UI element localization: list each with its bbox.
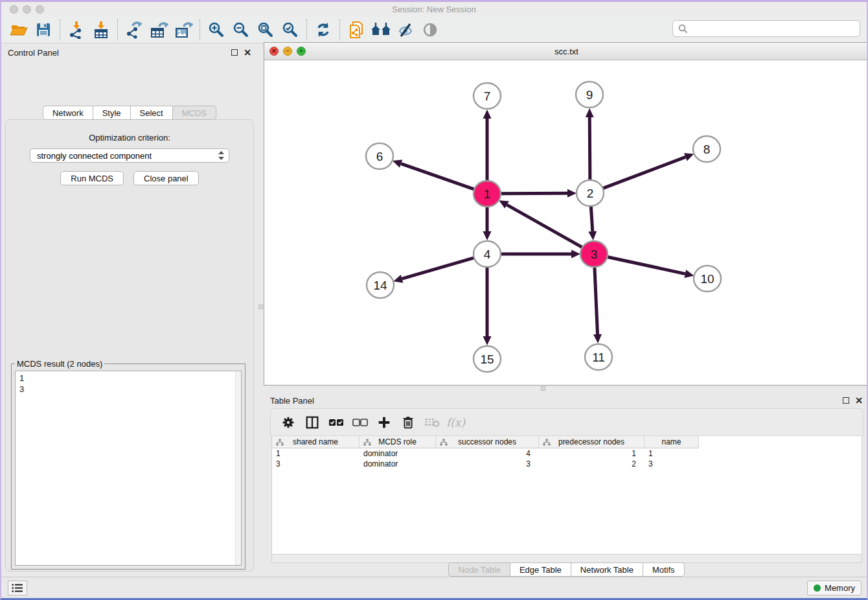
edge-2-8[interactable] — [603, 157, 686, 188]
zoom-selected-icon[interactable] — [278, 19, 303, 41]
node-table[interactable]: shared nameMCDS rolesuccessor nodesprede… — [271, 436, 862, 555]
vertical-splitter[interactable] — [258, 43, 264, 581]
settings-gear-icon[interactable] — [276, 411, 300, 433]
edge-2-9[interactable] — [589, 117, 590, 179]
close-panel-icon[interactable]: ✕ — [244, 49, 251, 56]
tab-select[interactable]: Select — [130, 106, 172, 120]
optimization-criterion-select[interactable]: strongly connected component — [30, 148, 229, 163]
graph-node-1[interactable]: 1 — [474, 181, 501, 207]
column-header-predecessor-nodes[interactable]: predecessor nodes — [539, 436, 645, 448]
mcds-result-box[interactable]: 1 3 — [15, 371, 242, 566]
graph-node-11[interactable]: 11 — [585, 344, 612, 370]
refresh-view-icon[interactable] — [311, 19, 336, 41]
select-all-columns-icon[interactable] — [324, 411, 348, 433]
graph-node-2[interactable]: 2 — [577, 180, 604, 206]
table-row-1[interactable]: 3dominator323 — [272, 459, 862, 469]
table-cell[interactable]: 2 — [539, 459, 645, 469]
run-mcds-button[interactable]: Run MCDS — [60, 171, 124, 185]
import-network-icon[interactable] — [64, 19, 89, 41]
graph-node-3[interactable]: 3 — [580, 241, 608, 267]
table-row-0[interactable]: 1dominator411 — [272, 448, 862, 459]
float-panel-icon[interactable] — [231, 49, 238, 56]
network-window-titlebar[interactable]: ✕ − + scc.txt — [264, 43, 868, 60]
open-session-icon[interactable] — [6, 19, 31, 41]
close-table-panel-icon[interactable]: ✕ — [855, 397, 863, 404]
function-builder-icon[interactable]: f(x) — [444, 411, 468, 433]
edge-arrow-icon — [571, 250, 580, 259]
add-column-icon[interactable] — [372, 411, 396, 433]
status-bar: Memory — [1, 577, 867, 598]
graph-node-9[interactable]: 9 — [576, 82, 603, 108]
column-header-successor-nodes[interactable]: successor nodes — [436, 436, 539, 448]
memory-button[interactable]: Memory — [807, 581, 862, 595]
table-cell[interactable]: 3 — [272, 459, 360, 469]
column-header-name[interactable]: name — [645, 436, 699, 448]
edge-2-3[interactable] — [591, 207, 592, 231]
zoom-out-icon[interactable] — [229, 19, 253, 41]
delete-column-icon[interactable] — [396, 411, 420, 433]
export-table-icon[interactable] — [146, 19, 171, 41]
table-cell[interactable]: 4 — [436, 448, 539, 459]
network-graph[interactable]: 7968124314101511 — [264, 60, 868, 385]
fx-label: f(x) — [446, 416, 465, 429]
search-input[interactable] — [692, 24, 854, 34]
table-cell[interactable]: 1 — [272, 448, 360, 459]
horizontal-splitter[interactable] — [264, 386, 868, 391]
column-header-shared-name[interactable]: shared name — [272, 436, 360, 448]
column-header-MCDS-role[interactable]: MCDS role — [360, 436, 436, 448]
edge-1-6[interactable] — [401, 164, 474, 190]
column-layout-icon[interactable] — [300, 411, 324, 433]
table-cell[interactable]: 1 — [645, 448, 699, 459]
column-label: shared name — [293, 437, 338, 446]
graph-node-4[interactable]: 4 — [474, 241, 501, 267]
edge-1-2[interactable] — [501, 193, 567, 194]
svg-text:3: 3 — [591, 248, 598, 261]
show-panels-list-icon[interactable] — [8, 581, 27, 595]
export-image-icon[interactable] — [171, 19, 196, 41]
zoom-in-icon[interactable] — [204, 19, 229, 41]
export-network-icon[interactable] — [122, 19, 146, 41]
result-scrollbar[interactable] — [235, 371, 241, 565]
table-cell[interactable]: dominator — [360, 448, 436, 459]
tab-style[interactable]: Style — [93, 106, 130, 120]
tab-motifs[interactable]: Motifs — [643, 562, 685, 577]
graph-node-6[interactable]: 6 — [366, 143, 393, 169]
search-field[interactable] — [672, 20, 860, 37]
column-label: MCDS role — [378, 437, 417, 446]
svg-text:15: 15 — [480, 352, 494, 366]
float-table-panel-icon[interactable] — [843, 397, 849, 404]
optimization-criterion-label: Optimization criterion: — [6, 133, 253, 143]
edge-3-10[interactable] — [608, 257, 685, 273]
column-label: successor nodes — [458, 437, 516, 446]
graph-node-15[interactable]: 15 — [474, 346, 501, 372]
table-cell[interactable]: 3 — [436, 459, 539, 469]
table-cell[interactable]: 3 — [645, 459, 699, 469]
tab-network[interactable]: Network — [43, 106, 93, 120]
edge-4-14[interactable] — [402, 258, 474, 279]
graph-node-8[interactable]: 8 — [693, 136, 720, 162]
import-table-icon[interactable] — [89, 19, 113, 41]
tab-node-table[interactable]: Node Table — [448, 562, 510, 577]
tab-edge-table[interactable]: Edge Table — [510, 562, 571, 577]
hide-selected-icon[interactable] — [393, 19, 418, 41]
zoom-fit-icon[interactable] — [253, 19, 278, 41]
tab-mcds[interactable]: MCDS — [172, 106, 216, 120]
tab-network-table[interactable]: Network Table — [571, 562, 643, 577]
edge-3-11[interactable] — [595, 268, 598, 334]
close-panel-button[interactable]: Close panel — [133, 171, 199, 185]
first-neighbors-icon[interactable] — [369, 19, 393, 41]
show-all-icon[interactable] — [418, 19, 442, 41]
new-network-from-selection-icon[interactable] — [344, 19, 369, 41]
graph-node-14[interactable]: 14 — [367, 272, 394, 298]
graph-node-7[interactable]: 7 — [474, 83, 501, 109]
network-canvas[interactable]: 7968124314101511 — [264, 60, 868, 385]
table-cell[interactable]: 1 — [539, 448, 645, 459]
edge-3-1[interactable] — [507, 205, 582, 248]
save-session-icon[interactable] — [31, 19, 56, 41]
graph-node-10[interactable]: 10 — [694, 266, 721, 292]
table-cell[interactable]: dominator — [360, 459, 436, 469]
splitter-handle[interactable] — [258, 305, 263, 309]
deselect-all-columns-icon[interactable] — [348, 411, 372, 433]
splitter-handle[interactable] — [541, 386, 545, 391]
delete-table-icon[interactable] — [420, 411, 444, 433]
